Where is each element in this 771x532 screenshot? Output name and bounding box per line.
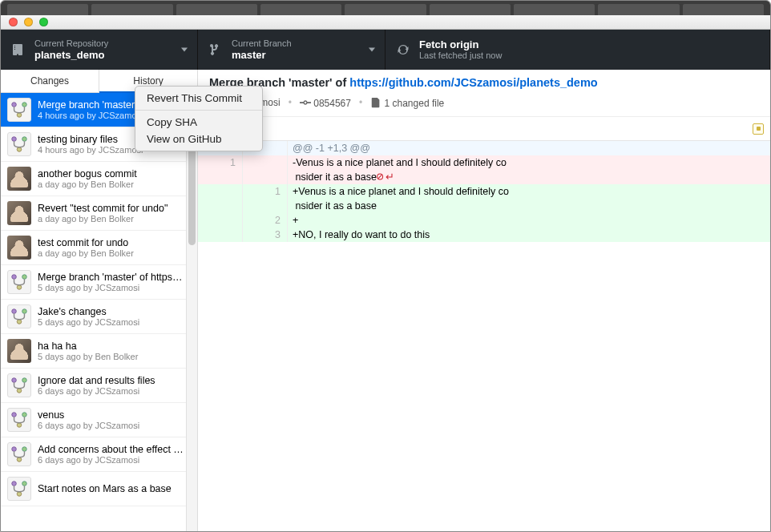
svg-point-17 — [17, 423, 22, 428]
svg-point-22 — [22, 482, 27, 486]
commit-item[interactable]: Ignore dat and results files6 days ago b… — [1, 369, 197, 403]
repo-name: planets_demo — [34, 49, 108, 62]
fetch-origin-button[interactable]: Fetch origin Last fetched just now — [386, 30, 770, 70]
commit-title: venus — [38, 409, 191, 421]
commit-title: Merge branch 'master' of https… — [38, 272, 191, 283]
commit-title: ha ha ha — [38, 341, 191, 352]
diff-line: 3+NO, I really do want to do this — [198, 228, 770, 242]
merge-avatar — [7, 270, 31, 294]
commit-title: Merge branch 'master' of https://github.… — [209, 76, 759, 89]
menu-separator — [135, 110, 262, 111]
diff-view: @@ -1 +1,3 @@1-Venus is a nice planet an… — [198, 141, 770, 531]
commit-item[interactable]: Merge branch 'master' of https…5 days ag… — [1, 265, 197, 300]
commit-item[interactable]: Add concerns about the effect …6 days ag… — [1, 437, 197, 472]
sync-icon — [397, 43, 410, 56]
commit-title: Add concerns about the effect … — [38, 444, 191, 455]
commit-item[interactable]: ha ha ha5 days ago by Ben Bolker — [1, 334, 197, 369]
commit-meta: a day ago by Ben Bolker — [38, 214, 191, 224]
tab-changes[interactable]: Changes — [1, 70, 99, 93]
merge-avatar — [7, 408, 31, 432]
svg-point-15 — [12, 413, 17, 417]
menu-copy-sha[interactable]: Copy SHA — [135, 114, 262, 131]
commit-icon — [300, 97, 311, 108]
chevron-down-icon — [181, 48, 188, 52]
commit-meta: 6 days ago by JCSzamosi — [38, 421, 191, 430]
chevron-down-icon — [369, 48, 375, 52]
svg-point-8 — [17, 285, 22, 290]
browser-tabstrip — [1, 1, 770, 15]
svg-point-7 — [22, 275, 27, 280]
repo-icon — [12, 43, 25, 56]
branch-icon — [209, 43, 222, 56]
svg-point-10 — [22, 309, 27, 314]
commit-item[interactable]: Start notes on Mars as a base — [1, 472, 197, 506]
merge-avatar — [7, 304, 31, 328]
commit-detail-pane: Merge branch 'master' of https://github.… — [198, 70, 770, 531]
svg-point-5 — [17, 147, 22, 152]
svg-point-1 — [22, 103, 27, 107]
repo-label: Current Repository — [34, 38, 108, 49]
commit-meta: 5 days ago by JCSzamosi — [38, 317, 191, 327]
minimize-window-button[interactable] — [24, 18, 33, 26]
commit-meta: 6 days ago by JCSzamosi — [38, 386, 191, 396]
merge-avatar — [7, 477, 31, 501]
diff-line: nsider it as a base↵ — [198, 170, 770, 184]
commit-meta: 6 days ago by JCSzamosi — [38, 455, 191, 465]
commit-meta: a day ago by Ben Bolker — [38, 248, 191, 258]
commit-item[interactable]: venus6 days ago by JCSzamosi — [1, 403, 197, 437]
svg-point-18 — [12, 447, 17, 452]
commit-item[interactable]: another bogus commita day ago by Ben Bol… — [1, 162, 197, 196]
menu-view-on-github[interactable]: View on GitHub — [135, 131, 262, 147]
user-avatar — [7, 167, 31, 191]
svg-point-6 — [12, 275, 17, 280]
diff-line: 2+ — [198, 213, 770, 228]
svg-point-19 — [22, 447, 27, 452]
user-avatar — [7, 201, 31, 225]
svg-point-20 — [17, 457, 22, 462]
app-toolbar: Current Repository planets_demo Current … — [1, 30, 770, 70]
commit-title: Ignore dat and results files — [38, 375, 191, 386]
file-diff-icon — [370, 97, 381, 108]
merge-avatar — [7, 98, 31, 122]
close-window-button[interactable] — [9, 18, 18, 26]
commit-title: Revert "test commit for undo" — [38, 203, 191, 214]
svg-point-12 — [12, 378, 17, 383]
current-repository-dropdown[interactable]: Current Repository planets_demo — [1, 30, 198, 70]
svg-point-11 — [17, 320, 22, 324]
maximize-window-button[interactable] — [39, 18, 48, 26]
svg-point-9 — [12, 309, 17, 314]
commit-sha: 0854567 — [300, 97, 351, 109]
commit-item[interactable]: Jake's changes5 days ago by JCSzamosi — [1, 300, 197, 334]
commit-title: Start notes on Mars as a base — [38, 483, 191, 494]
svg-point-2 — [17, 113, 22, 118]
svg-point-23 — [17, 492, 22, 497]
file-header-bar[interactable] — [198, 117, 770, 141]
commit-context-menu: Revert This Commit Copy SHA View on GitH… — [135, 86, 263, 151]
svg-point-3 — [12, 137, 17, 142]
commit-meta: a day ago by Ben Bolker — [38, 179, 191, 189]
fetch-status: Last fetched just now — [419, 50, 502, 61]
svg-point-4 — [22, 137, 27, 142]
svg-point-16 — [22, 413, 27, 417]
commit-list[interactable]: Merge branch 'master' of https…4 hours a… — [1, 93, 197, 531]
commit-item[interactable]: test commit for undoa day ago by Ben Bol… — [1, 231, 197, 265]
changed-files-count: 1 changed file — [370, 97, 444, 109]
menu-revert-commit[interactable]: Revert This Commit — [135, 90, 262, 107]
user-avatar — [7, 236, 31, 260]
current-branch-dropdown[interactable]: Current Branch master — [198, 30, 386, 70]
diff-line: 1-Venus is a nice planet and I should de… — [198, 155, 770, 170]
commit-title: test commit for undo — [38, 237, 191, 248]
commit-title-link[interactable]: https://github.com/JCSzamosi/planets_dem… — [349, 76, 597, 89]
svg-point-14 — [17, 389, 22, 393]
sidebar-scrollbar[interactable] — [186, 93, 197, 531]
merge-avatar — [7, 373, 31, 397]
branch-label: Current Branch — [232, 38, 292, 49]
svg-point-21 — [12, 482, 17, 486]
fetch-label: Fetch origin — [419, 38, 502, 51]
commit-meta: 5 days ago by JCSzamosi — [38, 283, 191, 292]
diff-line: nsider it as a base — [198, 199, 770, 213]
user-avatar — [7, 339, 31, 363]
commit-item[interactable]: Revert "test commit for undo"a day ago b… — [1, 196, 197, 231]
commit-subheader: JCSzamosi • 0854567 • 1 changed file — [198, 92, 770, 117]
svg-point-0 — [12, 103, 17, 107]
